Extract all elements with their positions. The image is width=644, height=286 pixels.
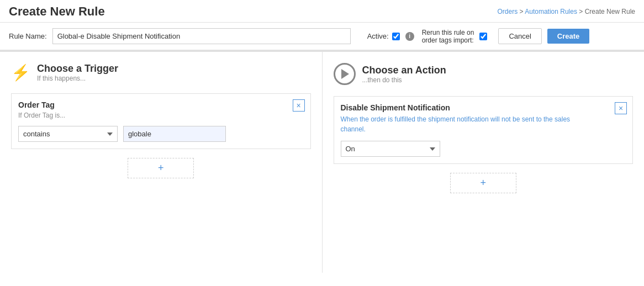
- rule-name-input[interactable]: [52, 28, 351, 44]
- create-button[interactable]: Create: [547, 29, 589, 44]
- active-checkbox[interactable]: [392, 33, 400, 40]
- condition-value-input[interactable]: [123, 126, 226, 142]
- active-label: Active:: [367, 32, 389, 40]
- trigger-add-button[interactable]: +: [128, 158, 194, 178]
- breadcrumb-sep2: >: [577, 8, 585, 15]
- rerun-section: Rerun this rule on order tags import:: [422, 29, 474, 44]
- rerun-checkbox[interactable]: [479, 33, 487, 40]
- action-card-title: Disable Shipment Notification: [341, 103, 626, 112]
- play-circle-icon: [334, 63, 356, 85]
- active-section: Active:: [367, 32, 400, 40]
- action-add-container: +: [334, 173, 634, 193]
- rerun-line1: Rerun this rule on: [422, 29, 474, 36]
- trigger-card-title: Order Tag: [18, 100, 304, 109]
- trigger-panel: ⚡ Choose a Trigger If this happens... × …: [0, 52, 323, 273]
- lightning-icon: ⚡: [11, 65, 30, 81]
- trigger-close-button[interactable]: ×: [293, 99, 305, 112]
- cancel-button[interactable]: Cancel: [498, 28, 541, 44]
- trigger-panel-header: ⚡ Choose a Trigger If this happens...: [11, 63, 311, 82]
- trigger-title: Choose a Trigger: [37, 63, 118, 75]
- breadcrumb-automation[interactable]: Automation Rules: [525, 8, 577, 15]
- action-title: Choose an Action: [362, 65, 446, 76]
- trigger-card-subtitle: If Order Tag is...: [18, 112, 304, 119]
- action-status-select[interactable]: On Off: [341, 141, 440, 157]
- trigger-add-container: +: [11, 158, 311, 178]
- rerun-line2: order tags import:: [422, 36, 474, 44]
- page-header: Create New Rule Orders > Automation Rule…: [0, 0, 644, 23]
- rule-name-bar: Rule Name: Active: i Rerun this rule on …: [0, 23, 644, 51]
- breadcrumb: Orders > Automation Rules > Create New R…: [498, 8, 635, 15]
- breadcrumb-sep1: >: [518, 8, 525, 15]
- trigger-form-row: contains equals starts with ends with: [18, 126, 304, 142]
- main-content: ⚡ Choose a Trigger If this happens... × …: [0, 52, 644, 273]
- condition-select[interactable]: contains equals starts with ends with: [18, 126, 118, 142]
- page-title: Create New Rule: [9, 4, 105, 19]
- action-panel-header: Choose an Action ...then do this: [334, 63, 634, 85]
- trigger-card: × Order Tag If Order Tag is... contains …: [11, 93, 311, 149]
- breadcrumb-current: Create New Rule: [585, 8, 635, 15]
- action-panel: Choose an Action ...then do this × Disab…: [323, 52, 645, 273]
- action-add-button[interactable]: +: [450, 173, 516, 193]
- rule-name-label: Rule Name:: [9, 32, 47, 40]
- action-card: × Disable Shipment Notification When the…: [334, 96, 634, 164]
- info-icon[interactable]: i: [405, 32, 414, 41]
- action-form-row: On Off: [341, 141, 626, 157]
- play-icon-inner: [341, 69, 349, 79]
- action-subtitle: ...then do this: [362, 76, 446, 84]
- action-close-button[interactable]: ×: [615, 102, 627, 114]
- action-card-description: When the order is fulfilled the shipment…: [341, 114, 595, 134]
- breadcrumb-orders[interactable]: Orders: [498, 8, 518, 15]
- trigger-subtitle: If this happens...: [37, 75, 118, 82]
